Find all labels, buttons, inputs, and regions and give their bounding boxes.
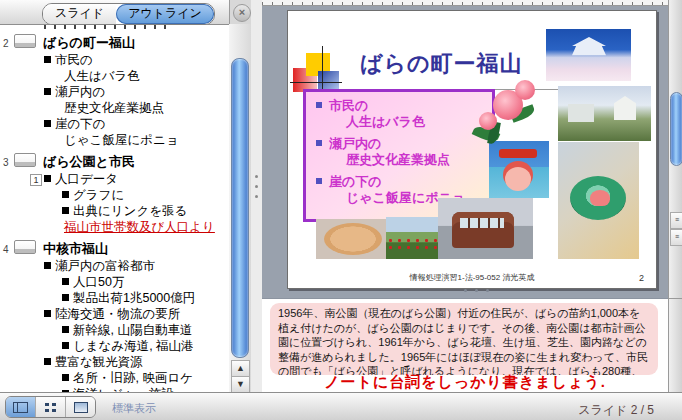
bullet-line2: 歴史文化産業拠点 <box>316 152 492 168</box>
view-buttons <box>5 396 96 418</box>
rose-bouquet-clipart[interactable] <box>471 78 544 151</box>
bullet-square-icon <box>62 342 69 349</box>
slide-page-number: 2 <box>639 273 644 283</box>
outline-bullet[interactable]: 1人口データ <box>0 171 229 187</box>
scrollbar-thumb[interactable] <box>670 92 682 166</box>
scroll-down-icon[interactable]: ▼ <box>231 376 250 393</box>
outline-text: じゃこ飯屋にポニョ <box>64 133 179 147</box>
bullet-square-icon <box>62 294 69 301</box>
outline-text: ばら公園と市民 <box>43 154 135 169</box>
outline-text: 新幹線, 山陽自動車道 <box>73 323 192 337</box>
outline-sub-bullet[interactable]: 名所・旧跡, 映画ロケ <box>0 370 229 386</box>
outline-slide-title[interactable]: 2ばらの町ー福山 <box>0 34 229 52</box>
speaker-notes-box[interactable]: 1956年、南公園（現在のばら公園）付近の住民が、ばらの苗約1,000本を植え付… <box>270 303 658 375</box>
outline-continuation[interactable]: 歴史文化産業拠点 <box>0 100 229 116</box>
bullet-line2: 人生はバラ色 <box>316 114 492 130</box>
slide-edit-area: ばらの町ー福山 市民の人生はバラ色瀬戸内の歴史文化産業拠点崖の下のじゃこ飯屋にポ… <box>262 0 668 392</box>
outline-text: 瀬戸内の <box>55 85 105 99</box>
bullet-square-icon <box>62 374 69 381</box>
slide-title[interactable]: ばらの町ー福山 <box>360 49 523 79</box>
outline-text: 福山市世帯数及び人口より <box>64 220 215 234</box>
bullet-line1: 崖の下の <box>329 174 382 189</box>
bullet-square-icon <box>44 120 51 127</box>
normal-view-icon <box>13 402 28 413</box>
slide-counter: スライド 2 / 5 <box>578 402 654 419</box>
outline-text: 人口50万 <box>73 275 124 289</box>
slide[interactable]: ばらの町ー福山 市民の人生はバラ色瀬戸内の歴史文化産業拠点崖の下のじゃこ飯屋にポ… <box>287 10 657 289</box>
outline-scrollbar[interactable]: ▲ ▼ <box>229 24 252 392</box>
next-slide-icon[interactable]: ≡ <box>670 229 682 246</box>
outline-text: 出典にリンクを張る <box>73 204 187 218</box>
tab-slides[interactable]: スライド <box>43 4 116 24</box>
outline-slide-title[interactable]: 3ばら公園と市民 <box>0 153 229 171</box>
slide-canvas[interactable]: ばらの町ー福山 市民の人生はバラ色瀬戸内の歴史文化産業拠点崖の下のじゃこ飯屋にポ… <box>262 6 668 298</box>
previous-slide-icon[interactable]: ≡ <box>670 212 682 229</box>
jako-meshi-dish-photo[interactable] <box>316 219 391 259</box>
outline-text: 市民の <box>55 53 93 67</box>
outline-text: 歴史文化産業拠点 <box>64 101 164 115</box>
ponyo-in-bucket-image[interactable] <box>558 142 639 259</box>
pane-tab-bar: スライド アウトライン <box>0 0 229 25</box>
outline-text: 陸海交通・物流の要所 <box>55 307 180 321</box>
slide-bullet[interactable]: 瀬戸内の歴史文化産業拠点 <box>316 136 492 168</box>
scrollbar-thumb[interactable] <box>231 58 249 358</box>
outline-text: 名所・旧跡, 映画ロケ <box>73 371 193 385</box>
notes-splitter-grip-icon[interactable] <box>460 278 493 296</box>
outline-continuation[interactable]: じゃこ飯屋にポニョ <box>0 132 229 148</box>
bullet-square-icon <box>316 102 322 108</box>
outline-bullet[interactable]: 陸海交通・物流の要所 <box>0 306 229 322</box>
scroll-up-icon[interactable]: ▲ <box>231 360 250 377</box>
slide-sorter-icon <box>45 403 56 412</box>
bullet-square-icon <box>44 56 51 63</box>
bullet-square-icon <box>44 358 51 365</box>
bullet-square-icon <box>62 191 69 198</box>
bullet-square-icon <box>44 88 51 95</box>
bullet-square-icon <box>44 175 51 182</box>
outline-sub-bullet[interactable]: 製品出荷1兆5000億円 <box>0 290 229 306</box>
outline-sub-bullet[interactable]: グラフに <box>0 187 229 203</box>
slide-icon <box>14 34 36 48</box>
slide-icon <box>14 240 36 254</box>
outline-sub-bullet[interactable]: しまなみ海道, 福山港 <box>0 338 229 354</box>
outline-text: 人口データ <box>55 172 118 186</box>
outline-sub-bullet[interactable]: 人口50万 <box>0 274 229 290</box>
slide-scrollbar[interactable]: ≡ ≡ <box>668 0 682 392</box>
outline-source-link[interactable]: 福山市世帯数及び人口より <box>0 219 229 235</box>
slideshow-icon <box>74 402 88 413</box>
outline-text: ばらの町ー福山 <box>43 35 135 50</box>
fukuyama-castle-moat-photo[interactable] <box>558 86 651 141</box>
splitter-grip-icon <box>251 168 262 205</box>
outline-continuation[interactable]: 人生はバラ色 <box>0 68 229 84</box>
outline-bullet[interactable]: 市民の <box>0 52 229 68</box>
fukuyama-castle-cherry-blossoms-photo[interactable] <box>546 29 631 81</box>
outline-text: 瀬戸内の富裕都市 <box>55 259 155 273</box>
outline-sub-bullet[interactable]: 新幹線, 山陽自動車道 <box>0 322 229 338</box>
outline-slide-title[interactable]: 4中核市福山 <box>0 240 229 258</box>
outline-slide-number: 3 <box>0 154 14 171</box>
outline-bullet[interactable]: 瀬戸内の <box>0 84 229 100</box>
outline-pane: スライド アウトライン 2ばらの町ー福山市民の人生はバラ色瀬戸内の歴史文化産業拠… <box>0 0 230 392</box>
outline-list: 2ばらの町ー福山市民の人生はバラ色瀬戸内の歴史文化産業拠点崖の下のじゃこ飯屋にポ… <box>0 24 229 392</box>
tab-outline[interactable]: アウトライン <box>116 4 214 24</box>
outline-text: 豊富な観光資源 <box>55 355 143 369</box>
slide-bullet[interactable]: 市民の人生はバラ色 <box>316 98 492 130</box>
close-icon[interactable]: × <box>233 4 251 22</box>
bullet-square-icon <box>62 326 69 333</box>
bullet-square-icon <box>62 278 69 285</box>
outline-bullet[interactable]: 瀬戸内の富裕都市 <box>0 258 229 274</box>
outline-bullet[interactable]: 崖の下の <box>0 116 229 132</box>
slideshow-view-button[interactable] <box>66 397 95 417</box>
notes-warning-text: ノートに台詞をしっかり書きましょう. <box>262 373 668 392</box>
presentation-app-window: スライド アウトライン 2ばらの町ー福山市民の人生はバラ色瀬戸内の歴史文化産業拠… <box>0 0 682 420</box>
outline-bullet[interactable]: 豊富な観光資源 <box>0 354 229 370</box>
normal-view-button[interactable] <box>6 397 36 417</box>
outline-text: 崖の下の <box>55 117 106 131</box>
outline-item-number: 1 <box>30 174 42 186</box>
slide-sorter-view-button[interactable] <box>36 397 66 417</box>
bonnet-bus-photo[interactable] <box>438 198 533 259</box>
slide-icon <box>14 153 36 167</box>
outline-clipped-row <box>44 25 174 29</box>
outline-sub-bullet[interactable]: 出典にリンクを張る <box>0 203 229 219</box>
outline-text: グラフに <box>73 188 124 202</box>
outline-text: 製品出荷1兆5000億円 <box>73 291 195 305</box>
